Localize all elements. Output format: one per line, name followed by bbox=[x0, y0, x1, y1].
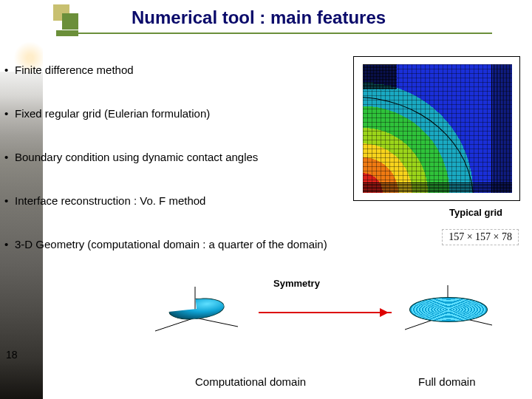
svg-line-2 bbox=[195, 318, 238, 327]
grid-dimensions: 157 × 157 × 78 bbox=[442, 229, 519, 245]
bullet-item: Fixed regular grid (Eulerian formulation… bbox=[4, 107, 337, 120]
bullet-item: Interface reconstruction : Vo. F method bbox=[4, 194, 337, 207]
svg-line-1 bbox=[155, 318, 195, 331]
grid-refine-right bbox=[491, 64, 512, 193]
title-accent-square-2 bbox=[62, 13, 78, 30]
grid-refine-topleft bbox=[363, 64, 397, 89]
typical-grid-figure bbox=[353, 56, 520, 201]
typical-grid-label: Typical grid bbox=[449, 207, 502, 218]
full-domain-figure bbox=[399, 282, 495, 335]
title-bar: Numerical tool : main features bbox=[43, 3, 532, 38]
axis-3d-icon bbox=[148, 282, 244, 335]
caption-computational-domain: Computational domain bbox=[195, 375, 306, 388]
symmetry-row: Symmetry bbox=[148, 273, 517, 340]
bullet-list: Finite difference method Fixed regular g… bbox=[4, 64, 337, 250]
grid-frame bbox=[353, 56, 520, 201]
bullet-item: 3-D Geometry (computational domain : a q… bbox=[4, 238, 337, 250]
title-underline bbox=[78, 33, 492, 34]
symmetry-label: Symmetry bbox=[273, 278, 320, 289]
caption-full-domain: Full domain bbox=[418, 375, 476, 388]
slide-title: Numerical tool : main features bbox=[132, 7, 386, 28]
bullet-item: Finite difference method bbox=[4, 64, 337, 76]
grid-heatmap bbox=[363, 64, 512, 193]
full-disk bbox=[409, 297, 488, 322]
bullet-item: Boundary condition using dynamic contact… bbox=[4, 151, 337, 163]
quarter-domain-figure bbox=[148, 282, 244, 335]
arrow-right-icon bbox=[259, 312, 392, 313]
slide-number: 18 bbox=[6, 349, 18, 361]
